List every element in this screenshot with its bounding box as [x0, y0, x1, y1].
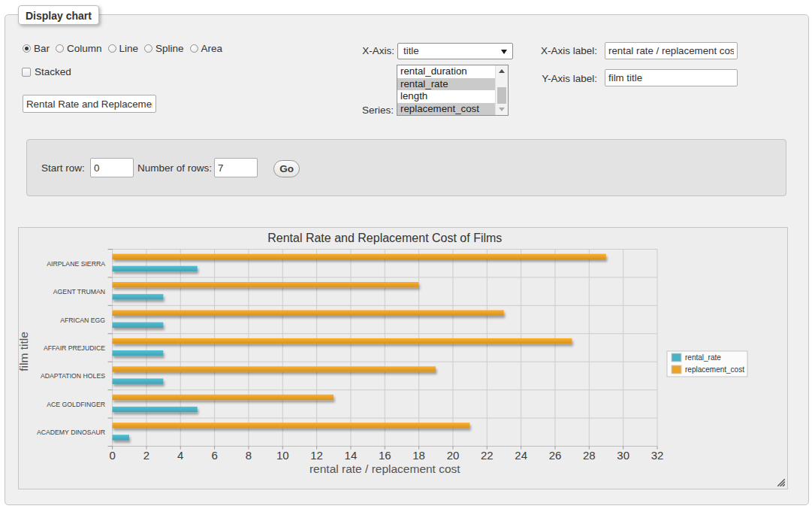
- svg-text:AGENT TRUMAN: AGENT TRUMAN: [53, 288, 105, 295]
- svg-text:20: 20: [447, 449, 460, 462]
- svg-text:ADAPTATION HOLES: ADAPTATION HOLES: [41, 372, 105, 380]
- radio-column[interactable]: Column: [56, 43, 102, 54]
- svg-text:28: 28: [583, 449, 596, 462]
- y-axis-label-input[interactable]: [605, 69, 738, 86]
- svg-text:AIRPLANE SIERRA: AIRPLANE SIERRA: [47, 260, 105, 268]
- svg-text:rental_rate: rental_rate: [685, 353, 721, 362]
- stacked-checkbox[interactable]: [22, 68, 31, 77]
- svg-text:30: 30: [617, 449, 629, 462]
- x-axis-label-label: X-Axis label:: [494, 45, 597, 56]
- radio-bar-label: Bar: [34, 43, 50, 54]
- svg-text:ACE GOLDFINGER: ACE GOLDFINGER: [47, 401, 105, 408]
- panel-legend: Display chart: [18, 5, 99, 25]
- rows-toolbar: Start row: Number of rows: Go: [26, 139, 786, 196]
- radio-spline[interactable]: Spline: [144, 43, 184, 54]
- svg-text:4: 4: [177, 449, 183, 462]
- series-listbox[interactable]: rental_duration rental_rate length repla…: [397, 65, 509, 116]
- scroll-down-arrow-icon: [499, 108, 505, 111]
- svg-text:24: 24: [515, 449, 527, 462]
- display-chart-panel: Display chart Bar Column Line Spline Are…: [5, 14, 809, 505]
- x-axis-label-input[interactable]: [605, 42, 738, 59]
- radio-area-label: Area: [201, 43, 223, 54]
- bar-chart: Rental Rate and Replacement Cost of Film…: [19, 228, 787, 489]
- chart-type-radiogroup: Bar Column Line Spline Area: [23, 43, 228, 54]
- scrollbar-thumb[interactable]: [497, 87, 506, 104]
- radio-line-label: Line: [119, 43, 139, 54]
- x-axis-select-label: X-Axis:: [321, 45, 394, 56]
- radio-line-control[interactable]: [108, 44, 116, 53]
- x-axis-select-value: title: [403, 45, 419, 56]
- series-option-length[interactable]: length: [397, 90, 495, 103]
- svg-text:rental rate / replacement cost: rental rate / replacement cost: [309, 462, 460, 475]
- svg-text:26: 26: [549, 449, 562, 462]
- svg-text:2: 2: [143, 449, 149, 462]
- stacked-label: Stacked: [35, 66, 71, 77]
- scrollbar-down-button[interactable]: [496, 104, 509, 115]
- radio-area[interactable]: Area: [190, 43, 223, 54]
- svg-text:10: 10: [276, 449, 289, 462]
- start-row-label: Start row:: [41, 162, 85, 174]
- radio-bar-control[interactable]: [23, 44, 31, 53]
- svg-text:12: 12: [310, 449, 323, 462]
- start-row-input[interactable]: [90, 158, 134, 177]
- series-options: rental_duration rental_rate length repla…: [397, 65, 495, 115]
- radio-bar[interactable]: Bar: [23, 43, 50, 54]
- stacked-checkbox-row[interactable]: Stacked: [22, 66, 71, 77]
- svg-text:Rental Rate and Replacement Co: Rental Rate and Replacement Cost of Film…: [267, 232, 502, 244]
- radio-spline-control[interactable]: [144, 44, 152, 53]
- svg-text:AFRICAN EGG: AFRICAN EGG: [60, 317, 105, 324]
- svg-text:6: 6: [211, 449, 217, 462]
- number-of-rows-input[interactable]: [214, 158, 258, 177]
- page: Display chart Bar Column Line Spline Are…: [0, 0, 812, 512]
- series-listbox-label: Series:: [321, 105, 394, 116]
- radio-column-control[interactable]: [56, 44, 64, 53]
- svg-text:18: 18: [412, 449, 425, 462]
- y-axis-label-label: Y-Axis label:: [494, 73, 597, 84]
- number-of-rows-label: Number of rows:: [137, 162, 212, 174]
- svg-text:replacement_cost: replacement_cost: [685, 365, 744, 374]
- svg-text:14: 14: [345, 449, 358, 462]
- resize-grip-icon[interactable]: [777, 479, 785, 486]
- series-option-replacement-cost[interactable]: replacement_cost: [397, 103, 495, 116]
- chart-title-input[interactable]: [23, 95, 156, 113]
- svg-text:16: 16: [379, 449, 391, 462]
- svg-text:32: 32: [651, 449, 664, 462]
- radio-line[interactable]: Line: [108, 43, 139, 54]
- svg-text:22: 22: [481, 449, 494, 462]
- radio-column-label: Column: [67, 43, 102, 54]
- svg-text:ACADEMY DINOSAUR: ACADEMY DINOSAUR: [37, 429, 105, 436]
- radio-area-control[interactable]: [190, 44, 198, 53]
- svg-text:8: 8: [246, 449, 252, 462]
- chart-container: Rental Rate and Replacement Cost of Film…: [18, 227, 788, 489]
- series-option-rental-duration[interactable]: rental_duration: [397, 65, 495, 78]
- svg-text:AFFAIR PREJUDICE: AFFAIR PREJUDICE: [44, 344, 105, 352]
- go-button[interactable]: Go: [273, 160, 300, 177]
- svg-text:film title: film title: [19, 332, 30, 371]
- svg-text:0: 0: [109, 449, 115, 462]
- radio-spline-label: Spline: [155, 43, 184, 54]
- series-option-rental-rate[interactable]: rental_rate: [397, 78, 495, 91]
